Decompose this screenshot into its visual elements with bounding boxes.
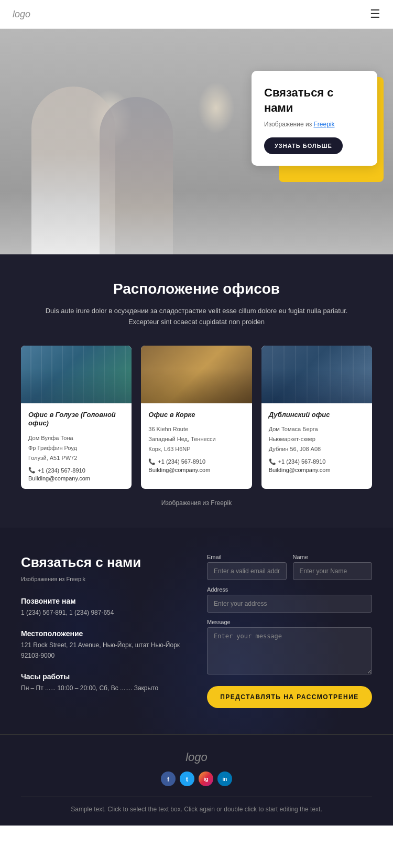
submit-button[interactable]: ПРЕДСТАВЛЯТЬ НА РАССМОТРЕНИЕ — [207, 686, 372, 708]
hero-card-attribution: Изображение из Freepik — [264, 121, 365, 128]
office-image-cork — [141, 346, 252, 403]
message-textarea[interactable] — [207, 627, 372, 674]
twitter-icon[interactable]: t — [180, 771, 194, 786]
name-label: Name — [293, 554, 373, 560]
form-group-name: Name — [293, 554, 373, 580]
form-group-message: Message — [207, 619, 372, 674]
hero-card-wrapper: Связаться с нами Изображение из Freepik … — [252, 71, 377, 166]
office-name-dublin: Дублинский офис — [269, 411, 365, 420]
hero-card-title: Связаться с нами — [264, 85, 365, 115]
phone-icon-cork: 📞 — [148, 458, 156, 465]
email-input[interactable] — [207, 562, 287, 580]
office-card-body-goluze: Офис в Голузе (Головной офис) Дом Вулфа … — [21, 403, 132, 489]
contact-location-value: 121 Rock Street, 21 Avenue, Нью-Йорк, шт… — [21, 640, 186, 660]
office-address-goluze: Дом Вулфа ТонаФр Гриффин РоудГолуэй, А51… — [28, 433, 124, 463]
contact-phone-label: Позвоните нам — [21, 597, 186, 605]
office-card-cork: Офис в Корке 36 Kiehn RouteЗападный Нед,… — [141, 346, 252, 489]
office-address-cork: 36 Kiehn RouteЗападный Нед, ТеннессиКорк… — [148, 424, 244, 454]
office-card-body-cork: Офис в Корке 36 Kiehn RouteЗападный Нед,… — [141, 403, 252, 480]
office-phone-dublin: 📞 +1 (234) 567-8910 — [269, 458, 365, 465]
email-label: Email — [207, 554, 287, 560]
contact-form: Email Name Address Message ПРЕДСТАВЛЯТЬ … — [207, 554, 372, 708]
office-card-dublin: Дублинский офис Дом Томаса БергаНьюмарке… — [261, 346, 372, 489]
facebook-icon[interactable]: f — [161, 771, 176, 786]
address-label: Address — [207, 586, 372, 593]
footer-social-links: f t ig in — [21, 771, 372, 786]
contact-phone-value: 1 (234) 567-891, 1 (234) 987-654 — [21, 608, 186, 618]
contact-hours-value: Пн – Пт ...... 10:00 – 20:00, Сб, Вс ...… — [21, 683, 186, 693]
message-label: Message — [207, 619, 372, 625]
footer-sample-text: Sample text. Click to select the text bo… — [21, 805, 372, 815]
hero-person-right — [100, 97, 173, 254]
contact-inner: Связаться с нами Изображения из Freepik … — [21, 554, 372, 708]
linkedin-icon[interactable]: in — [217, 771, 232, 786]
hamburger-menu-icon[interactable]: ☰ — [370, 7, 380, 21]
contact-left-panel: Связаться с нами Изображения из Freepik … — [21, 554, 186, 708]
header: logo ☰ — [0, 0, 393, 29]
contact-attribution: Изображения из Freepik — [21, 576, 186, 582]
offices-title: Расположение офисов — [21, 281, 372, 297]
office-image-goluze — [21, 346, 132, 403]
office-phone-cork: 📞 +1 (234) 567-8910 — [148, 458, 244, 465]
form-group-address: Address — [207, 586, 372, 613]
contact-hours-block: Часы работы Пн – Пт ...... 10:00 – 20:00… — [21, 672, 186, 693]
contact-title: Связаться с нами — [21, 554, 186, 572]
office-email-dublin: Building@company.com — [269, 467, 365, 473]
name-input[interactable] — [293, 562, 373, 580]
contact-location-label: Местоположение — [21, 629, 186, 638]
office-card-goluze: Офис в Голузе (Головной офис) Дом Вулфа … — [21, 346, 132, 489]
footer: logo f t ig in Sample text. Click to sel… — [0, 734, 393, 825]
hero-section: Связаться с нами Изображение из Freepik … — [0, 29, 393, 254]
offices-section: Расположение офисов Duis aute irure dolo… — [0, 254, 393, 528]
footer-logo: logo — [21, 751, 372, 764]
office-card-body-dublin: Дублинский офис Дом Томаса БергаНьюмарке… — [261, 403, 372, 480]
form-group-email: Email — [207, 554, 287, 580]
phone-icon: 📞 — [28, 467, 36, 474]
contact-section: Связаться с нами Изображения из Freepik … — [0, 528, 393, 734]
office-phone-goluze: 📞 +1 (234) 567-8910 — [28, 467, 124, 474]
offices-description: Duis aute irure dolor в осуждении за сла… — [39, 306, 354, 328]
contact-phone-block: Позвоните нам 1 (234) 567-891, 1 (234) 9… — [21, 597, 186, 618]
office-address-dublin: Дом Томаса БергаНьюмаркет-скверДублин 56… — [269, 424, 365, 454]
logo: logo — [13, 9, 30, 20]
phone-icon-dublin: 📞 — [269, 458, 276, 465]
form-row-email-name: Email Name — [207, 554, 372, 580]
office-email-cork: Building@company.com — [148, 467, 244, 473]
offices-grid: Офис в Голузе (Головной офис) Дом Вулфа … — [21, 346, 372, 489]
hero-learn-more-button[interactable]: УЗНАТЬ БОЛЬШЕ — [264, 137, 343, 154]
footer-divider — [21, 797, 372, 797]
office-name-goluze: Офис в Голузе (Головной офис) — [28, 411, 124, 428]
instagram-icon[interactable]: ig — [199, 771, 213, 786]
hero-contact-card: Связаться с нами Изображение из Freepik … — [252, 71, 377, 166]
contact-hours-label: Часы работы — [21, 672, 186, 681]
office-name-cork: Офис в Корке — [148, 411, 244, 420]
offices-attribution: Изображения из Freepik — [21, 499, 372, 507]
office-email-goluze: Building@company.com — [28, 475, 124, 481]
address-input[interactable] — [207, 595, 372, 613]
contact-location-block: Местоположение 121 Rock Street, 21 Avenu… — [21, 629, 186, 660]
office-image-dublin — [261, 346, 372, 403]
